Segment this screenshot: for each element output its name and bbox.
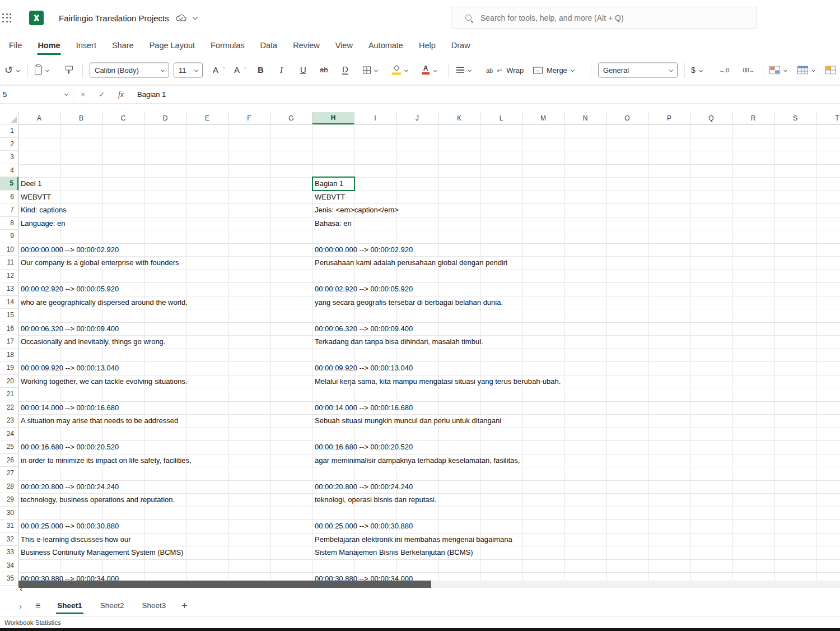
sheet-tab-sheet2[interactable]: Sheet2 xyxy=(99,595,125,616)
cell-A20[interactable]: Working together, we can tackle evolving… xyxy=(21,375,187,388)
bold-button[interactable]: B xyxy=(258,65,264,75)
cell-H29[interactable]: teknologi, operasi bisnis dan reputasi. xyxy=(315,493,437,507)
cell-A22[interactable]: 00:00:14.000 --> 00:00:16.680 xyxy=(21,401,119,415)
shrink-font-button[interactable]: Aˇ xyxy=(234,65,246,75)
menu-tab-file[interactable]: File xyxy=(1,36,30,55)
row-header-2[interactable]: 2 xyxy=(0,138,18,151)
cell-A25[interactable]: 00:00:16.680 --> 00:00:20.520 xyxy=(21,440,119,454)
cell-H20[interactable]: Melalui kerja sama, kita mampu mengatasi… xyxy=(315,375,561,388)
cell-H14[interactable]: yang secara geografis tersebar di berbag… xyxy=(315,296,503,309)
insert-function-button[interactable]: fx xyxy=(111,90,130,99)
row-header-19[interactable]: 19 xyxy=(0,361,18,375)
borders-button[interactable] xyxy=(363,67,377,74)
cell-A10[interactable]: 00:00:00.000 --> 00:00:02.920 xyxy=(21,243,119,257)
column-header-C[interactable]: C xyxy=(102,112,144,124)
cell-H25[interactable]: 00:00:16.680 --> 00:00:20.520 xyxy=(315,440,413,454)
row-header-23[interactable]: 23 xyxy=(0,414,18,428)
column-header-S[interactable]: S xyxy=(774,112,816,124)
grow-font-button[interactable]: Aˆ xyxy=(213,65,225,75)
column-header-G[interactable]: G xyxy=(270,112,312,124)
menu-tab-automate[interactable]: Automate xyxy=(361,36,411,55)
row-header-1[interactable]: 1 xyxy=(0,124,18,138)
add-sheet-button[interactable]: + xyxy=(181,600,188,612)
cell-H10[interactable]: 00:00:00.000 --> 00:00:02.920 xyxy=(315,243,413,257)
horizontal-scrollbar-thumb[interactable] xyxy=(18,581,431,588)
row-header-20[interactable]: 20 xyxy=(0,375,18,388)
column-header-T[interactable]: T xyxy=(816,112,840,124)
number-format-combobox[interactable]: General xyxy=(598,63,678,78)
cell-A14[interactable]: who are geographically dispersed around … xyxy=(21,296,188,309)
cell-H7[interactable]: Jenis: <em>caption</em> xyxy=(315,203,399,217)
cell-styles-button[interactable] xyxy=(825,66,836,75)
italic-button[interactable]: I xyxy=(280,65,283,75)
cell-A29[interactable]: technology, business operations and repu… xyxy=(21,493,175,507)
column-header-A[interactable]: A xyxy=(18,112,60,124)
row-header-12[interactable]: 12 xyxy=(0,270,18,283)
cell-H8[interactable]: Bahasa: en xyxy=(315,217,352,230)
cell-A16[interactable]: 00:00:06.320 --> 00:00:09.400 xyxy=(21,322,119,336)
row-header-35[interactable]: 35 xyxy=(0,572,18,586)
column-header-L[interactable]: L xyxy=(480,112,522,124)
cell-A5[interactable]: Deel 1 xyxy=(21,177,42,191)
undo-button[interactable]: ↺ xyxy=(4,65,20,75)
column-header-P[interactable]: P xyxy=(648,112,690,124)
row-header-21[interactable]: 21 xyxy=(0,388,18,401)
column-header-F[interactable]: F xyxy=(228,112,270,124)
row-header-5[interactable]: 5 xyxy=(0,177,18,191)
format-as-table-button[interactable] xyxy=(797,66,815,75)
sheet-tab-sheet1[interactable]: Sheet1 xyxy=(56,595,83,616)
cell-H17[interactable]: Terkadang dan tanpa bisa dihindari, masa… xyxy=(315,335,483,349)
row-header-3[interactable]: 3 xyxy=(0,151,18,164)
row-header-16[interactable]: 16 xyxy=(0,322,18,336)
cell-A33[interactable]: Business Continuity Management System (B… xyxy=(21,546,183,559)
cell-H26[interactable]: agar meminimalisir dampaknya terhadap ke… xyxy=(315,454,520,467)
row-header-29[interactable]: 29 xyxy=(0,493,18,507)
cell-A11[interactable]: Our company is a global enterprise with … xyxy=(21,256,179,270)
merge-button[interactable]: ↔ Merge xyxy=(533,66,574,75)
cell-A8[interactable]: Language: en xyxy=(21,217,66,230)
menu-tab-share[interactable]: Share xyxy=(104,36,142,55)
row-header-13[interactable]: 13 xyxy=(0,282,18,296)
font-color-button[interactable]: A xyxy=(421,66,437,75)
menu-tab-insert[interactable]: Insert xyxy=(68,36,104,55)
row-header-22[interactable]: 22 xyxy=(0,401,18,415)
name-box[interactable]: 5 xyxy=(0,86,73,103)
scroll-left-chevron-icon[interactable]: ‹ xyxy=(20,584,23,593)
menu-tab-help[interactable]: Help xyxy=(411,36,444,55)
row-header-15[interactable]: 15 xyxy=(0,309,18,322)
row-header-28[interactable]: 28 xyxy=(0,480,18,494)
row-header-6[interactable]: 6 xyxy=(0,191,18,204)
font-size-combobox[interactable]: 11 xyxy=(174,63,203,78)
enter-button[interactable]: ✓ xyxy=(92,90,111,99)
cell-A13[interactable]: 00:00:02.920 --> 00:00:05.920 xyxy=(21,282,119,296)
row-header-8[interactable]: 8 xyxy=(0,217,18,230)
cell-A17[interactable]: Occasionally and inevitably, things go w… xyxy=(21,335,165,349)
row-header-30[interactable]: 30 xyxy=(0,507,18,520)
row-header-14[interactable]: 14 xyxy=(0,296,18,309)
wrap-text-button[interactable]: ab↵ Wrap xyxy=(486,66,524,75)
row-header-11[interactable]: 11 xyxy=(0,256,18,270)
column-header-D[interactable]: D xyxy=(144,112,186,124)
menu-tab-view[interactable]: View xyxy=(328,36,361,55)
cell-A31[interactable]: 00:00:25.000 --> 00:00:30.880 xyxy=(21,519,119,533)
cell-H22[interactable]: 00:00:14.000 --> 00:00:16.680 xyxy=(315,401,413,415)
search-box[interactable]: Search for tools, help, and more (Alt + … xyxy=(451,7,757,29)
row-header-24[interactable]: 24 xyxy=(0,428,18,441)
cell-A32[interactable]: This e-learning discusses how our xyxy=(21,533,131,546)
row-header-34[interactable]: 34 xyxy=(0,559,18,573)
row-header-25[interactable]: 25 xyxy=(0,440,18,454)
formula-bar-input[interactable]: Bagian 1 xyxy=(137,90,166,99)
alignment-button[interactable] xyxy=(456,67,471,73)
cell-H5[interactable]: Bagian 1 xyxy=(315,177,343,191)
cell-A23[interactable]: A situation may arise that needs to be a… xyxy=(21,414,178,428)
cell-H11[interactable]: Perusahaan kami adalah perusahaan global… xyxy=(315,256,507,270)
cell-A7[interactable]: Kind: captions xyxy=(21,203,67,217)
row-header-33[interactable]: 33 xyxy=(0,546,18,559)
column-header-N[interactable]: N xyxy=(564,112,606,124)
document-title[interactable]: Fairlingio Translation Projects xyxy=(59,13,169,23)
menu-tab-draw[interactable]: Draw xyxy=(444,36,478,55)
column-header-R[interactable]: R xyxy=(732,112,774,124)
format-painter-button[interactable] xyxy=(66,66,72,75)
cell-A6[interactable]: WEBVTT xyxy=(21,191,51,204)
fill-color-button[interactable] xyxy=(392,66,408,75)
